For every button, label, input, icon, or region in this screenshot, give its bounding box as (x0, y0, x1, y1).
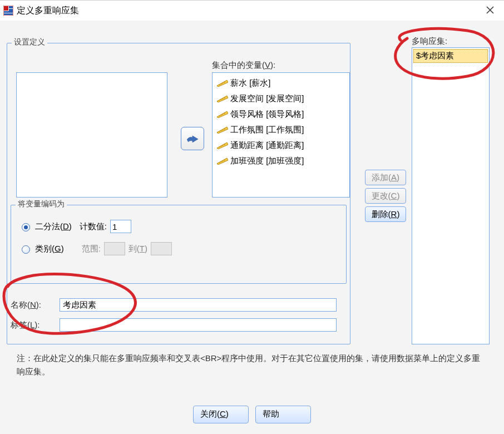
scale-icon (216, 110, 228, 118)
list-item[interactable]: 领导风格 [领导风格] (216, 106, 346, 122)
note-text: 注：在此处定义的集只能在多重响应频率和交叉表<BR>程序中使用。对于在其它位置使… (17, 352, 488, 378)
svg-rect-3 (9, 9, 13, 11)
titlebar: 定义多重响应集 (0, 1, 504, 21)
help-button[interactable]: 帮助 (255, 406, 311, 423)
list-item[interactable]: 薪水 [薪水] (216, 75, 346, 91)
bottom-button-row: 关闭(C) 帮助 (0, 406, 504, 423)
dichotomy-radio[interactable] (22, 223, 30, 231)
dialog-body: 设置定义 集合中的变量(V): 薪水 [薪水] 发展空间 [发展空间] (0, 21, 504, 434)
arrow-right-icon (186, 133, 199, 144)
range-to-label: 到(T) (129, 244, 147, 254)
name-label: 名称(N): (11, 300, 60, 310)
count-value-input[interactable] (110, 220, 131, 233)
add-button: 添加(A) (365, 170, 406, 185)
app-icon (3, 6, 13, 16)
count-value-label: 计数值: (80, 221, 107, 232)
dichotomy-label: 二分法(D) (35, 221, 72, 232)
list-item[interactable]: 发展空间 [发展空间] (216, 91, 346, 106)
multi-response-label: 多响应集: (412, 36, 447, 47)
tag-label: 标签(L): (11, 320, 60, 331)
svg-rect-5 (4, 13, 13, 15)
scale-icon (216, 141, 228, 149)
tag-input[interactable] (60, 318, 337, 332)
close-dialog-button[interactable]: 关闭(C) (193, 406, 249, 423)
category-label: 类别(G) (35, 244, 64, 254)
list-item[interactable]: 工作氛围 [工作氛围] (216, 122, 346, 137)
svg-rect-4 (4, 11, 13, 13)
list-item[interactable]: 加班强度 [加班强度] (216, 153, 346, 169)
range-label: 范围: (82, 244, 101, 254)
list-item[interactable]: $考虑因素 (413, 49, 488, 63)
settings-group: 设置定义 集合中的变量(V): 薪水 [薪水] 发展空间 [发展空间] (7, 43, 350, 344)
target-list-label: 集合中的变量(V): (212, 60, 275, 71)
settings-legend: 设置定义 (12, 37, 47, 47)
range-to-input (151, 242, 172, 255)
scale-icon (216, 79, 228, 87)
range-from-input (104, 242, 125, 255)
source-variable-list[interactable] (16, 72, 167, 198)
scale-icon (216, 126, 228, 134)
encoding-legend: 将变量编码为 (16, 199, 67, 209)
window-title: 定义多重响应集 (17, 5, 79, 17)
svg-rect-1 (4, 6, 8, 11)
list-item[interactable]: 通勤距离 [通勤距离] (216, 137, 346, 153)
target-variable-list[interactable]: 薪水 [薪水] 发展空间 [发展空间] 领导风格 [领导风格] 工作氛围 [工作… (212, 72, 350, 198)
category-radio[interactable] (22, 245, 30, 254)
move-variable-button[interactable] (181, 127, 204, 150)
svg-rect-2 (9, 6, 13, 8)
encoding-group: 将变量编码为 二分法(D) 计数值: 类别(G) 范围: 到(T) (11, 205, 347, 284)
change-button: 更改(C) (365, 188, 406, 204)
remove-button[interactable]: 删除(R) (365, 206, 406, 222)
dialog-window: 定义多重响应集 设置定义 集合中的变量(V): 薪水 [薪水] (0, 0, 504, 434)
scale-icon (216, 95, 228, 102)
name-input[interactable] (60, 298, 337, 312)
close-button[interactable] (476, 1, 504, 21)
multi-response-list[interactable]: $考虑因素 (412, 47, 490, 344)
scale-icon (216, 157, 228, 165)
